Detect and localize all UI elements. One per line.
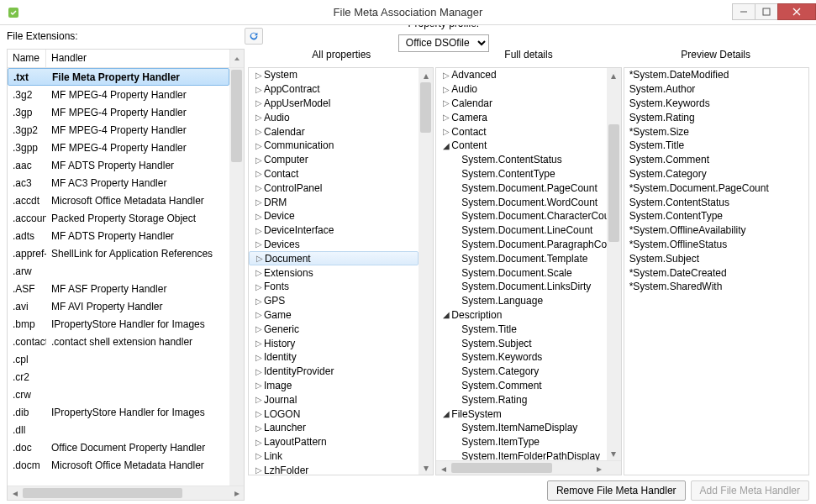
extension-row[interactable]: .3g2MF MPEG-4 Property Handler	[8, 86, 229, 103]
detail-property[interactable]: System.Subject	[436, 336, 606, 350]
property-group[interactable]: ▷IdentityProvider	[249, 365, 419, 379]
expander-icon[interactable]: ▷	[441, 85, 451, 94]
property-group[interactable]: ▷Fonts	[249, 280, 419, 294]
extension-row[interactable]: .cr2	[8, 368, 229, 386]
detail-property[interactable]: System.Document.LinksDirty	[436, 280, 606, 294]
extension-row[interactable]: .ASFMF ASF Property Handler	[8, 280, 229, 297]
extension-row[interactable]: .dibIPropertyStore Handler for Images	[8, 403, 229, 421]
expander-icon[interactable]: ▷	[254, 155, 264, 165]
property-group[interactable]: ▷AppContract	[249, 82, 419, 97]
preview-property[interactable]: System.Author	[624, 82, 808, 97]
detail-group[interactable]: ▷Advanced	[436, 68, 606, 82]
preview-property[interactable]: System.Title	[624, 139, 808, 153]
detail-property[interactable]: System.Document.PageCount	[436, 181, 606, 195]
detail-property[interactable]: System.Language	[436, 294, 606, 308]
detail-property[interactable]: System.ItemNameDisplay	[436, 421, 606, 435]
expander-icon[interactable]: ▷	[254, 239, 264, 249]
detail-property[interactable]: System.ItemType	[436, 435, 606, 449]
maximize-button[interactable]	[755, 3, 778, 20]
extension-row[interactable]: .3gppMF MPEG-4 Property Handler	[8, 139, 229, 156]
preview-property[interactable]: *System.OfflineAvailability	[624, 223, 808, 238]
expander-icon[interactable]: ▷	[254, 282, 264, 291]
expander-icon[interactable]: ▷	[254, 339, 264, 348]
extension-row[interactable]: .accounPacked Property Storage Object	[8, 209, 229, 227]
property-group[interactable]: ▷DRM	[249, 195, 419, 209]
detail-property[interactable]: System.Title	[436, 322, 606, 336]
extension-row[interactable]: .docmMicrosoft Office Metadata Handler	[8, 456, 229, 474]
expander-icon[interactable]: ◢	[441, 310, 451, 319]
property-group[interactable]: ▷Device	[249, 209, 419, 223]
detail-property[interactable]: System.ContentType	[436, 167, 606, 181]
property-group[interactable]: ▷GPS	[249, 294, 419, 308]
detail-group[interactable]: ▷Audio	[436, 82, 606, 97]
detail-group[interactable]: ◢Description	[436, 308, 606, 323]
detail-group[interactable]: ▷Calendar	[436, 97, 606, 111]
property-group[interactable]: ▷ControlPanel	[249, 181, 419, 195]
property-group[interactable]: ▷History	[249, 336, 419, 350]
full-details-vscroll[interactable]: ▴ ▾	[607, 68, 621, 460]
scroll-up-icon[interactable]	[229, 50, 244, 67]
property-group[interactable]: ▷Contact	[249, 167, 419, 181]
expander-icon[interactable]: ▷	[254, 324, 264, 333]
extension-row[interactable]: .contact.contact shell extension handler	[8, 333, 229, 350]
property-group[interactable]: ▷Extensions	[249, 265, 419, 280]
refresh-button[interactable]	[245, 28, 263, 45]
expander-icon[interactable]: ▷	[254, 297, 264, 306]
extension-row[interactable]: .arw	[8, 262, 229, 280]
expander-icon[interactable]: ▷	[254, 409, 264, 418]
detail-property[interactable]: System.Rating	[436, 392, 606, 407]
expander-icon[interactable]: ▷	[254, 169, 264, 178]
extensions-hscroll[interactable]: ◂ ▸	[8, 486, 244, 500]
minimize-button[interactable]	[732, 3, 755, 20]
detail-property[interactable]: System.ItemFolderPathDisplay	[436, 449, 606, 460]
detail-property[interactable]: System.Document.Template	[436, 251, 606, 265]
expander-icon[interactable]: ▷	[254, 465, 264, 475]
expander-icon[interactable]: ▷	[254, 367, 264, 376]
expander-icon[interactable]: ▷	[441, 71, 451, 80]
property-group[interactable]: ▷Devices	[249, 238, 419, 252]
expander-icon[interactable]: ▷	[254, 381, 264, 390]
column-handler-header[interactable]: Handler	[46, 50, 229, 67]
column-name-header[interactable]: Name	[8, 50, 46, 67]
preview-property[interactable]: *System.DateCreated	[624, 265, 808, 280]
expander-icon[interactable]: ▷	[254, 98, 264, 108]
detail-property[interactable]: System.Comment	[436, 379, 606, 393]
all-properties-vscroll[interactable]: ▴ ▾	[419, 68, 433, 475]
preview-property[interactable]: *System.SharedWith	[624, 280, 808, 294]
full-details-hscroll[interactable]: ◂ ▸	[436, 460, 620, 475]
extension-row[interactable]: .aviMF AVI Property Handler	[8, 297, 229, 315]
expander-icon[interactable]: ▷	[254, 353, 264, 362]
expander-icon[interactable]: ▷	[254, 395, 264, 404]
expander-icon[interactable]: ▷	[441, 113, 451, 122]
expander-icon[interactable]: ▷	[254, 212, 264, 221]
property-group[interactable]: ▷Computer	[249, 153, 419, 167]
property-group[interactable]: ▷Journal	[249, 392, 419, 407]
extension-row[interactable]: .appref-ShellLink for Application Refere…	[8, 244, 229, 262]
detail-property[interactable]: System.Category	[436, 365, 606, 379]
detail-group[interactable]: ◢FileSystem	[436, 407, 606, 421]
property-group[interactable]: ▷AppUserModel	[249, 97, 419, 111]
preview-property[interactable]: System.ContentStatus	[624, 195, 808, 209]
expander-icon[interactable]: ▷	[254, 197, 264, 207]
expander-icon[interactable]: ▷	[255, 254, 265, 263]
extension-row[interactable]: .cpl	[8, 350, 229, 368]
property-group[interactable]: ▷Launcher	[249, 421, 419, 435]
preview-property[interactable]: *System.DateModified	[624, 68, 808, 82]
preview-property[interactable]: *System.Document.PageCount	[624, 181, 808, 195]
scroll-left-icon[interactable]: ◂	[8, 486, 22, 501]
property-group[interactable]: ▷DeviceInterface	[249, 223, 419, 238]
detail-property[interactable]: System.Document.WordCount	[436, 195, 606, 209]
property-group[interactable]: ▷System	[249, 68, 419, 82]
preview-property[interactable]: System.Comment	[624, 153, 808, 167]
detail-group[interactable]: ▷Camera	[436, 110, 606, 124]
extensions-vscroll[interactable]	[229, 68, 244, 486]
extension-row[interactable]: .3gp2MF MPEG-4 Property Handler	[8, 121, 229, 139]
property-group[interactable]: ▷Identity	[249, 350, 419, 365]
preview-property[interactable]: *System.Size	[624, 124, 808, 139]
expander-icon[interactable]: ▷	[254, 141, 264, 150]
property-group[interactable]: ▷Link	[249, 449, 419, 464]
expander-icon[interactable]: ▷	[254, 71, 264, 80]
property-group[interactable]: ▷Image	[249, 379, 419, 393]
extension-row[interactable]: .ac3MF AC3 Property Handler	[8, 174, 229, 192]
expander-icon[interactable]: ▷	[441, 127, 451, 136]
